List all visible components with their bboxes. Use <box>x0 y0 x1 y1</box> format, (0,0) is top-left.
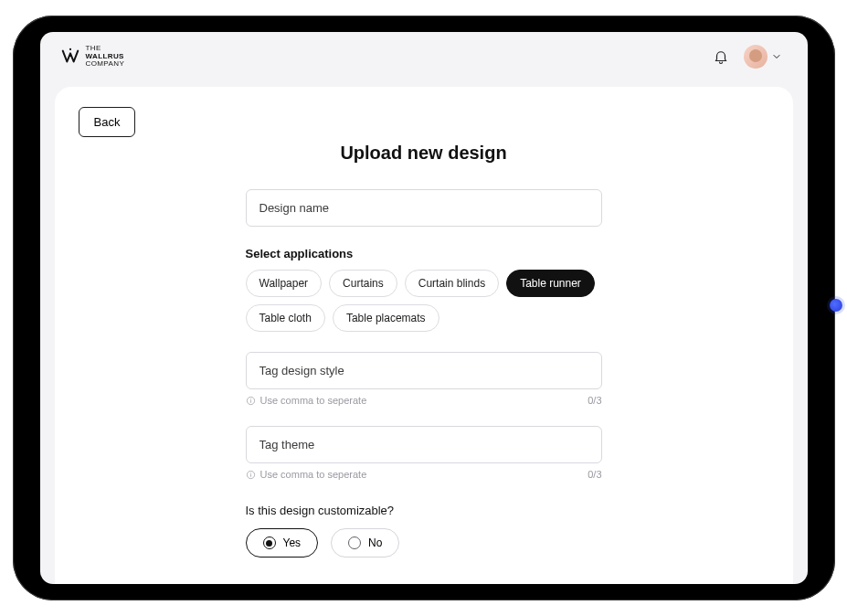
tablet-frame: THE WALLRUS COMPANY <box>13 16 835 600</box>
form-column: Select applications WallpaperCurtainsCur… <box>246 189 602 584</box>
select-applications-label: Select applications <box>246 247 602 260</box>
application-chip[interactable]: Wallpaper <box>246 270 323 297</box>
topbar: THE WALLRUS COMPANY <box>40 32 808 81</box>
tag-theme-hint: Use comma to seperate <box>260 469 367 480</box>
customizable-question: Is this design customizable? <box>246 504 602 517</box>
logo-text: THE WALLRUS COMPANY <box>86 45 125 68</box>
brand-logo[interactable]: THE WALLRUS COMPANY <box>60 45 125 68</box>
applications-chip-group: WallpaperCurtainsCurtain blindsTable run… <box>246 270 602 332</box>
logo-mark-icon <box>60 47 80 67</box>
tag-style-hint-row: Use comma to seperate 0/3 <box>246 395 602 406</box>
application-chip[interactable]: Table placemats <box>333 304 439 332</box>
radio-yes[interactable]: Yes <box>246 528 319 558</box>
page-title: Upload new design <box>79 143 769 164</box>
tag-theme-counter: 0/3 <box>588 469 601 480</box>
info-icon <box>246 470 256 480</box>
topbar-right <box>713 45 782 69</box>
annotation-dot <box>830 299 842 312</box>
screen: THE WALLRUS COMPANY <box>40 32 808 584</box>
application-chip[interactable]: Curtain blinds <box>405 270 499 297</box>
tag-style-input[interactable] <box>246 352 602 389</box>
radio-no[interactable]: No <box>331 528 399 558</box>
application-chip[interactable]: Table runner <box>506 270 595 297</box>
design-name-input[interactable] <box>246 189 602 227</box>
radio-yes-label: Yes <box>283 536 302 549</box>
tag-style-counter: 0/3 <box>588 395 601 406</box>
radio-no-label: No <box>368 536 382 549</box>
radio-dot-icon <box>263 536 276 549</box>
customizable-radio-group: Yes No <box>246 528 602 558</box>
chevron-down-icon <box>771 51 782 62</box>
tag-theme-input[interactable] <box>246 426 602 463</box>
info-icon <box>246 396 256 406</box>
application-chip[interactable]: Table cloth <box>246 304 325 332</box>
tag-theme-hint-row: Use comma to seperate 0/3 <box>246 469 602 480</box>
application-chip[interactable]: Curtains <box>329 270 397 297</box>
main-card: Back Upload new design Select applicatio… <box>55 87 793 584</box>
user-menu[interactable] <box>744 45 782 69</box>
avatar <box>744 45 768 69</box>
svg-point-0 <box>69 48 70 50</box>
back-button[interactable]: Back <box>79 107 136 137</box>
radio-dot-icon <box>348 536 361 549</box>
tag-style-hint: Use comma to seperate <box>260 395 367 406</box>
notifications-button[interactable] <box>713 48 729 65</box>
